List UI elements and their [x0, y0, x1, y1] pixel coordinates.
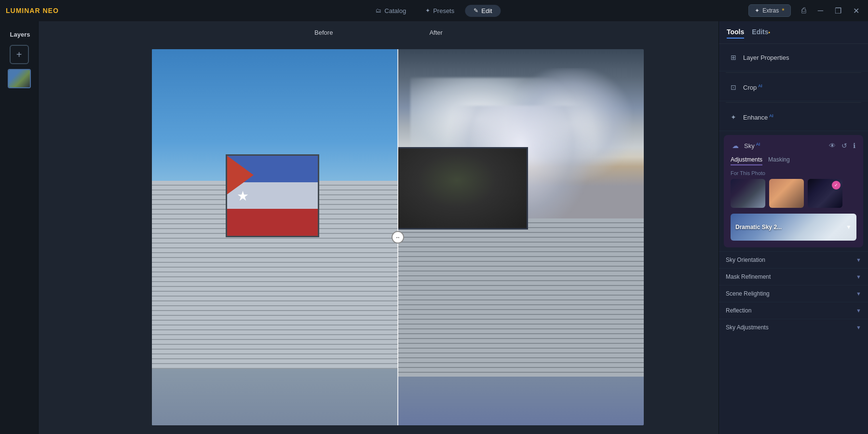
- app-logo: LUMINAR NEO: [6, 7, 59, 14]
- layer-properties-section: ⊞ Layer Properties: [719, 44, 868, 71]
- mask-refinement-chevron-icon: ▼: [856, 274, 861, 280]
- catalog-icon: 🗂: [376, 7, 381, 14]
- sky-selector-chevron-icon: ▼: [846, 224, 852, 231]
- sky-preset-3[interactable]: ✓: [808, 179, 842, 208]
- tab-edit[interactable]: ✎ Edit: [465, 5, 501, 17]
- sky-selector-label: Dramatic Sky 2...: [735, 224, 782, 231]
- layers-title: Layers: [8, 31, 30, 38]
- sub-tab-adjustments[interactable]: Adjustments: [731, 156, 762, 165]
- sky-reset-icon[interactable]: ↺: [841, 141, 848, 150]
- share-button[interactable]: ⎙: [799, 5, 809, 16]
- tab-tools[interactable]: Tools: [727, 28, 744, 39]
- billboard-after: [398, 147, 528, 230]
- main-content: Layers + Before After ★: [0, 21, 868, 434]
- canvas-area: Before After ★: [39, 21, 719, 434]
- tab-edits[interactable]: Edits•: [752, 28, 770, 39]
- sky-orientation-label: Sky Orientation: [726, 257, 765, 263]
- close-button[interactable]: ✕: [850, 5, 862, 16]
- layer-properties-label: Layer Properties: [743, 54, 789, 61]
- tab-catalog[interactable]: 🗂 Catalog: [367, 5, 415, 17]
- billboard-before: ★: [226, 154, 319, 237]
- after-label: After: [410, 29, 461, 36]
- enhance-label: EnhanceAI: [743, 113, 773, 121]
- sub-tab-masking[interactable]: Masking: [768, 156, 790, 165]
- sky-orientation-chevron-icon: ▼: [856, 257, 861, 263]
- layer-thumbnail[interactable]: [8, 69, 31, 88]
- sky-preset-2[interactable]: [769, 179, 804, 208]
- edit-icon: ✎: [474, 7, 478, 14]
- enhance-section: ✦ EnhanceAI: [719, 104, 868, 131]
- preset-badge: ✓: [832, 181, 841, 190]
- split-image[interactable]: ★: [152, 49, 644, 425]
- before-after-labels: Before After: [39, 29, 719, 36]
- nav-tabs: 🗂 Catalog ✦ Presets ✎ Edit: [367, 5, 501, 17]
- sky-adjustments-label: Sky Adjustments: [726, 324, 769, 331]
- layer-properties-icon: ⊞: [729, 53, 738, 62]
- image-container: ★: [77, 41, 719, 434]
- reflection-label: Reflection: [726, 307, 751, 314]
- for-this-photo: For This Photo ✓: [729, 166, 858, 210]
- crop-section: ⊡ CropAI: [719, 74, 868, 101]
- add-layer-button[interactable]: +: [10, 45, 29, 64]
- sky-selector-dropdown[interactable]: Dramatic Sky 2... ▼: [731, 214, 856, 241]
- minimize-button[interactable]: ─: [815, 5, 826, 16]
- sky-visibility-icon[interactable]: 👁: [828, 141, 837, 150]
- scene-relighting-section[interactable]: Scene Relighting ▼: [719, 285, 868, 302]
- before-image: ★: [152, 49, 398, 425]
- sky-tool-header: ☁ SkyAI 👁 ↺ ℹ: [729, 138, 858, 153]
- sky-cloud-icon: ☁: [731, 141, 740, 150]
- presets-icon: ✦: [425, 7, 430, 14]
- for-this-photo-label: For This Photo: [731, 170, 856, 176]
- enhance-icon: ✦: [729, 112, 738, 122]
- separator-1: [726, 72, 861, 73]
- sky-adjustments-chevron-icon: ▼: [856, 325, 861, 330]
- crop-item[interactable]: ⊡ CropAI: [726, 79, 861, 96]
- titlebar: LUMINAR NEO 🗂 Catalog ✦ Presets ✎ Edit ✦…: [0, 0, 868, 21]
- tab-presets[interactable]: ✦ Presets: [417, 5, 463, 17]
- crop-icon: ⊡: [729, 82, 738, 92]
- split-handle[interactable]: ↔: [392, 231, 404, 244]
- mask-refinement-label: Mask Refinement: [726, 273, 771, 280]
- maximize-button[interactable]: ❐: [832, 5, 844, 16]
- sky-sub-tabs: Adjustments Masking: [729, 153, 858, 166]
- enhance-item[interactable]: ✦ EnhanceAI: [726, 108, 861, 126]
- layer-properties-item[interactable]: ⊞ Layer Properties: [726, 49, 861, 66]
- panel-header: Tools Edits•: [719, 21, 868, 44]
- window-controls: ⎙ ─ ❐ ✕: [799, 5, 862, 16]
- scene-relighting-label: Scene Relighting: [726, 290, 770, 297]
- after-image: [398, 49, 644, 425]
- layers-header: Layers: [4, 27, 34, 40]
- scene-relighting-chevron-icon: ▼: [856, 291, 861, 297]
- reflection-section[interactable]: Reflection ▼: [719, 302, 868, 319]
- right-panel: Tools Edits• ⊞ Layer Properties ⊡ CropAI: [719, 21, 868, 434]
- extras-icon: ✦: [755, 7, 760, 14]
- before-label: Before: [295, 29, 352, 36]
- sky-tool-section: ☁ SkyAI 👁 ↺ ℹ Adjustments Masking For Th: [724, 135, 863, 247]
- extras-button[interactable]: ✦ Extras *: [748, 4, 790, 17]
- crop-label: CropAI: [743, 83, 762, 91]
- sky-adjustments-section[interactable]: Sky Adjustments ▼: [719, 319, 868, 336]
- sky-label: SkyAI: [744, 142, 760, 149]
- layer-thumb-preview: [9, 70, 30, 87]
- separator-2: [726, 102, 861, 103]
- reflection-chevron-icon: ▼: [856, 308, 861, 313]
- mask-refinement-section[interactable]: Mask Refinement ▼: [719, 268, 868, 285]
- layers-panel: Layers +: [0, 21, 39, 434]
- sky-presets-list: ✓: [731, 179, 856, 208]
- sky-preset-1[interactable]: [731, 179, 765, 208]
- sky-info-icon[interactable]: ℹ: [852, 141, 856, 150]
- sky-orientation-section[interactable]: Sky Orientation ▼: [719, 251, 868, 268]
